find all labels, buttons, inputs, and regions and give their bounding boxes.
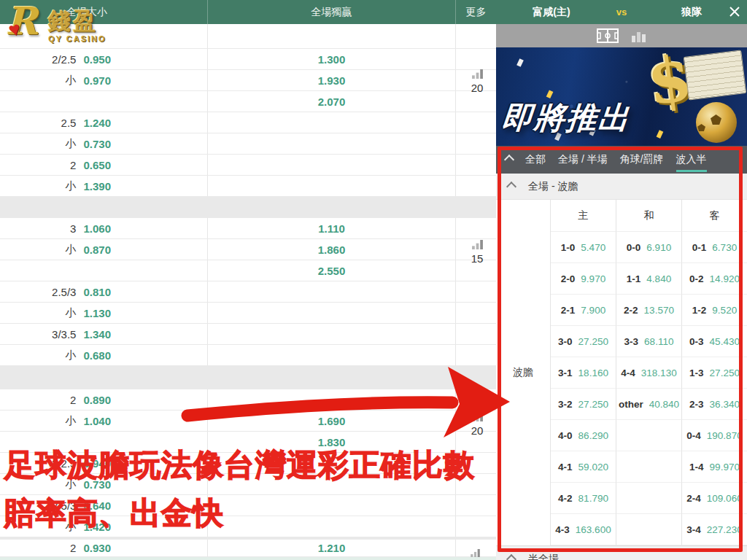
win-odds-cell[interactable]: 1.300 xyxy=(208,49,456,69)
total-odds-cell[interactable]: 小1.040 xyxy=(0,411,208,431)
total-odds-cell[interactable]: 小0.680 xyxy=(0,345,208,365)
odds-value: 1.040 xyxy=(83,415,111,427)
banner-title: 即將推出 xyxy=(500,98,632,139)
total-odds-cell[interactable]: 小0.870 xyxy=(0,239,208,260)
score-label: 4-1 xyxy=(558,462,573,472)
score-odds-value: 45.430 xyxy=(710,336,740,347)
close-icon[interactable] xyxy=(728,5,741,18)
score-odds-cell[interactable]: 4-159.020 xyxy=(551,451,616,483)
total-odds-cell[interactable]: 20.650 xyxy=(0,155,208,175)
score-odds-cell[interactable]: 0-06.910 xyxy=(616,232,682,263)
stats-bars-icon[interactable] xyxy=(631,28,647,43)
tab-0[interactable]: 全部 xyxy=(525,148,546,172)
score-odds-cell[interactable]: 1-05.470 xyxy=(551,232,616,263)
qy-casino-logo[interactable]: R ♥ 錢盈 QY CASINO xyxy=(4,3,107,45)
tab-3[interactable]: 波入半 xyxy=(676,148,707,172)
score-odds-cell[interactable]: 2-4109.060 xyxy=(682,483,747,514)
signal-bars-icon xyxy=(472,412,483,421)
line-label: 2.5 xyxy=(61,117,77,129)
total-odds-cell[interactable]: 小0.730 xyxy=(0,133,208,154)
score-odds-cell[interactable]: 4-281.790 xyxy=(551,483,616,514)
odds-row: 20.650 xyxy=(0,155,496,176)
money-stack-icon xyxy=(684,50,747,100)
more-cell xyxy=(456,516,496,537)
win-odds-cell xyxy=(208,24,456,48)
odds-row: 20.9301.210 xyxy=(0,540,496,557)
score-odds-cell[interactable]: 0-16.730 xyxy=(682,232,747,263)
score-odds-cell[interactable]: 1-327.250 xyxy=(682,357,747,389)
more-cell xyxy=(456,218,496,238)
score-odds-cell[interactable]: 1-14.840 xyxy=(616,263,682,295)
score-label: 1-1 xyxy=(627,273,641,284)
chevron-up-icon[interactable] xyxy=(504,155,514,165)
score-odds-cell[interactable]: 3-118.160 xyxy=(551,357,616,389)
score-odds-cell[interactable]: 0-345.430 xyxy=(682,326,747,357)
total-odds-cell[interactable]: 31.060 xyxy=(0,218,208,238)
score-odds-cell[interactable]: 3-4227.230 xyxy=(682,514,747,545)
odds-value: 1.340 xyxy=(83,328,111,341)
total-odds-cell[interactable]: 2/2.50.950 xyxy=(0,49,208,69)
tab-1[interactable]: 全場 / 半場 xyxy=(558,148,608,172)
section-header-correct-score[interactable]: 全場 - 波膽 xyxy=(496,174,747,200)
total-odds-cell[interactable]: 3/3.51.340 xyxy=(0,324,208,344)
score-odds-cell[interactable]: 4-4318.130 xyxy=(616,357,682,389)
win-odds-cell[interactable]: 1.110 xyxy=(208,218,456,238)
score-odds-cell[interactable]: 3-227.250 xyxy=(551,389,616,420)
home-team-name: 富咸(主) xyxy=(496,6,607,19)
market-count-indicator[interactable]: 15 xyxy=(464,239,490,265)
score-odds-cell[interactable]: 3-027.250 xyxy=(551,326,616,357)
score-row: 4-3163.6003-4227.230 xyxy=(551,514,747,545)
more-cell xyxy=(456,49,496,69)
line-label: 3/3.5 xyxy=(52,328,76,341)
win-odds-cell[interactable]: 1.860 xyxy=(208,239,456,260)
market-count-indicator[interactable]: 20 xyxy=(464,411,490,437)
score-odds-cell[interactable]: 2-17.900 xyxy=(551,295,616,326)
odds-value: 1.060 xyxy=(83,222,111,235)
total-odds-cell[interactable]: 小1.130 xyxy=(0,303,208,323)
score-odds-cell[interactable]: 0-214.920 xyxy=(682,263,747,295)
score-odds-cell[interactable]: 2-336.340 xyxy=(682,389,747,420)
total-odds-cell[interactable]: 小1.390 xyxy=(0,176,208,196)
score-odds-value: 40.840 xyxy=(649,399,679,410)
score-odds-cell[interactable]: 4-3163.600 xyxy=(551,514,616,545)
score-odds-cell[interactable]: 2-09.970 xyxy=(551,263,616,295)
score-odds-cell[interactable]: 4-086.290 xyxy=(551,420,616,451)
col-header-more[interactable]: 更多 xyxy=(456,0,496,24)
total-odds-cell[interactable]: 20.930 xyxy=(0,540,208,556)
score-odds-value: 190.870 xyxy=(707,430,743,441)
win-odds-cell[interactable]: 2.550 xyxy=(208,260,456,281)
win-odds-cell[interactable]: 1.930 xyxy=(208,70,456,90)
score-odds-cell xyxy=(616,483,682,514)
total-odds-cell[interactable]: 2.5/30.810 xyxy=(0,281,208,302)
total-odds-cell xyxy=(0,260,208,281)
score-label: 4-2 xyxy=(558,493,573,504)
score-odds-cell[interactable]: 1-29.520 xyxy=(682,295,747,326)
score-odds-cell[interactable]: 0-4190.870 xyxy=(682,420,747,451)
more-cell xyxy=(456,389,496,410)
score-odds-cell[interactable]: 2-213.570 xyxy=(616,295,682,326)
win-odds-cell[interactable]: 2.070 xyxy=(208,91,456,112)
section-header-halftime-fulltime[interactable]: 半全場 xyxy=(496,545,747,560)
win-odds-cell[interactable]: 1.210 xyxy=(208,540,456,556)
odds-row: 小0.8701.860 xyxy=(0,239,496,260)
score-row: 4-086.2900-4190.870 xyxy=(551,420,747,451)
score-label: 3-0 xyxy=(558,336,573,347)
score-label: 0-4 xyxy=(686,430,701,441)
score-row: 3-227.250other40.8402-336.340 xyxy=(551,389,747,420)
betting-app-screen: 全場大小 全場獨贏 更多 2/2.50.9501.300小0.9701.9302… xyxy=(0,0,747,560)
total-odds-cell[interactable]: 2.51.240 xyxy=(0,112,208,133)
win-odds-cell xyxy=(208,155,456,175)
total-odds-cell[interactable]: 20.890 xyxy=(0,389,208,410)
score-odds-value: 99.970 xyxy=(710,462,740,472)
tab-2[interactable]: 角球/罰牌 xyxy=(620,148,664,172)
odds-value: 0.890 xyxy=(83,394,111,406)
score-odds-cell[interactable]: other40.840 xyxy=(616,389,682,420)
score-odds-value: 7.900 xyxy=(581,305,605,316)
total-odds-cell[interactable]: 小0.970 xyxy=(0,70,208,90)
pitch-icon[interactable] xyxy=(596,28,619,44)
market-count-indicator[interactable]: 20 xyxy=(464,69,490,94)
score-odds-cell[interactable]: 3-368.110 xyxy=(616,326,682,357)
score-odds-cell[interactable]: 1-499.970 xyxy=(682,451,747,483)
more-cell xyxy=(456,303,496,323)
win-odds-cell[interactable]: 1.690 xyxy=(208,411,456,431)
